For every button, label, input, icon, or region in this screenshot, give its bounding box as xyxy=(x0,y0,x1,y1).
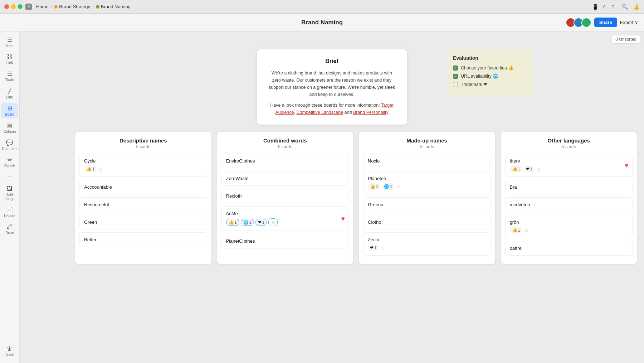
line-icon: ╱ xyxy=(8,88,11,95)
brand-personality-link[interactable]: Brand Personality xyxy=(353,110,389,115)
sidebar-trash-label: Trash xyxy=(5,353,14,357)
close-button[interactable] xyxy=(4,4,9,9)
card-noclo[interactable]: Noclo xyxy=(363,154,491,168)
sidebar-item-more[interactable]: ··· xyxy=(1,171,18,182)
breadcrumb-brand-naming[interactable]: Brand Naming xyxy=(96,4,131,9)
sidebar-item-addimage[interactable]: 🖼 Add Image xyxy=(1,184,18,203)
board-icon: ⊞ xyxy=(8,105,12,112)
card-planetclothes-text: PlanetClothes xyxy=(226,238,255,244)
sidebar-item-comment[interactable]: 💬 Comment xyxy=(1,137,18,153)
reaction-acme-heart[interactable]: ❤1 xyxy=(255,219,267,226)
device-icon[interactable]: 📱 xyxy=(592,3,599,10)
card-planetclothes[interactable]: PlanetClothes xyxy=(221,234,349,248)
share-button[interactable]: Share xyxy=(594,18,617,27)
reaction-planetee-globe[interactable]: 🌐1 xyxy=(382,183,394,190)
card-cycle-text: Cycle xyxy=(84,158,96,164)
card-zerowaste[interactable]: ZeroWaste xyxy=(221,171,349,186)
card-acccountable[interactable]: Acccountable xyxy=(79,180,207,194)
link-icon: ⛓ xyxy=(7,54,13,60)
reaction-planetee-thumb[interactable]: 👍1 xyxy=(368,183,380,190)
main-layout: ☰ Note ⛓ Link ☰ To-do ╱ Line ⊞ Board ▤ C… xyxy=(0,32,644,363)
notification-icon[interactable]: 🔔 xyxy=(633,3,640,10)
card-bra-text: Bra xyxy=(510,184,517,190)
reaction-acme-add[interactable]: ☺ xyxy=(268,218,278,226)
search-icon[interactable]: 🔍 xyxy=(621,3,628,10)
sidebar-todo-label: To-do xyxy=(5,78,14,82)
sidebar-item-trash[interactable]: 🗑 Trash xyxy=(1,343,18,359)
reaction-acme-thumb[interactable]: 👍1 xyxy=(226,219,239,226)
breadcrumb-brand-naming-label: Brand Naming xyxy=(101,4,131,9)
card-resourceful[interactable]: Resourceful xyxy=(79,197,207,212)
reaction-planetee-add[interactable]: ☺ xyxy=(396,184,401,189)
card-acme[interactable]: AcMe ♥ 👍1 🌐1 ❤1 ☺ xyxy=(221,206,349,231)
breadcrumb-sep-1: › xyxy=(51,5,52,9)
col-combined-title: Combined words xyxy=(221,137,349,144)
card-planetee[interactable]: Planetee 👍1 🌐1 ☺ xyxy=(363,171,491,194)
breadcrumb-home[interactable]: Home xyxy=(36,4,49,9)
card-aterv[interactable]: återv ♥ 👍1 ❤1 ☺ xyxy=(505,154,633,177)
brief-links: Have a look through these boards for mor… xyxy=(267,102,397,116)
breadcrumb-brand-strategy[interactable]: Brand Strategy xyxy=(54,4,90,9)
brief-title: Brief xyxy=(267,58,397,64)
eval-item-3: Trademark ❤ xyxy=(453,82,527,87)
reaction-zeclo-heart[interactable]: ❤1 xyxy=(368,245,379,251)
sidebar-column-label: Column xyxy=(4,130,16,134)
card-cycle[interactable]: Cycle 👍1 ☺ xyxy=(79,154,207,177)
eval-item-2: ✓ URL availability 🌐 xyxy=(453,73,527,79)
eval-checkbox-2[interactable]: ✓ xyxy=(453,74,458,79)
reaction-aterv-heart[interactable]: ❤1 xyxy=(524,166,535,172)
sidebar-item-draw[interactable]: 🖊 Draw xyxy=(1,222,18,237)
eval-label-1: Choose your favourites 👍 xyxy=(461,65,514,71)
minimize-button[interactable] xyxy=(11,4,16,9)
card-recloth-text: Recloth xyxy=(226,193,242,199)
avatar-3 xyxy=(581,18,591,28)
sidebar-item-board[interactable]: ⊞ Board xyxy=(1,103,18,118)
reaction-thumb[interactable]: 👍1 xyxy=(84,166,97,172)
card-enviroclothes[interactable]: EnviroClothes xyxy=(221,154,349,168)
eval-checkbox-1[interactable]: ✓ xyxy=(453,66,458,71)
card-planetee-reactions: 👍1 🌐1 ☺ xyxy=(368,183,486,190)
sidebar-item-sketch[interactable]: ✏ Sketch xyxy=(1,154,18,170)
sidebar-item-link[interactable]: ⛓ Link xyxy=(1,52,18,67)
sidebar-item-note[interactable]: ☰ Note xyxy=(1,34,18,50)
brief-sep1: , xyxy=(294,110,297,115)
card-better[interactable]: Better xyxy=(79,232,207,247)
sidebar-item-upload[interactable]: 📄 Upload xyxy=(1,204,18,220)
reaction-gron-thumb[interactable]: 👍1 xyxy=(510,227,522,233)
export-button[interactable]: Export ∨ xyxy=(620,20,638,25)
reaction-acme-globe[interactable]: 🌐1 xyxy=(241,219,254,226)
sidebar-item-column[interactable]: ▤ Column xyxy=(1,120,18,136)
unsorted-badge[interactable]: 0 Unsorted xyxy=(611,35,640,44)
eval-label-3: Trademark ❤ xyxy=(461,82,487,87)
reaction-gron-add[interactable]: ☺ xyxy=(524,227,529,233)
reaction-aterv-thumb[interactable]: 👍1 xyxy=(510,166,522,172)
card-battre[interactable]: bättre xyxy=(505,241,633,256)
card-greena[interactable]: Greena xyxy=(363,197,491,212)
reaction-aterv-add[interactable]: ☺ xyxy=(536,166,541,172)
page-title: Brand Naming xyxy=(301,19,343,26)
brand-naming-dot xyxy=(96,5,99,9)
reaction-add[interactable]: ☺ xyxy=(98,166,103,172)
card-bra[interactable]: Bra xyxy=(505,180,633,194)
heart-icon-acme: ♥ xyxy=(341,215,345,222)
card-green[interactable]: Green xyxy=(79,215,207,229)
evaluation-card: Evaluation ✓ Choose your favourites 👍 ✓ … xyxy=(447,49,533,96)
eval-checkbox-3[interactable] xyxy=(453,82,458,87)
card-clotho[interactable]: Clotho xyxy=(363,215,491,229)
competitive-landscape-link[interactable]: Competitive Landscape xyxy=(296,110,343,115)
maximize-button[interactable] xyxy=(18,4,23,9)
sidebar-item-line[interactable]: ╱ Line xyxy=(1,86,18,101)
help-icon[interactable]: ? xyxy=(610,3,617,10)
card-medveten[interactable]: medveten xyxy=(505,197,633,212)
breadcrumb-sep-2: › xyxy=(92,5,94,9)
canvas-area[interactable]: 0 Unsorted Brief We're a clothing brand … xyxy=(20,32,644,363)
sidebar-item-todo[interactable]: ☰ To-do xyxy=(1,68,18,84)
reaction-zeclo-add[interactable]: ☺ xyxy=(380,245,385,251)
more-icon: ··· xyxy=(7,174,12,180)
card-recloth[interactable]: Recloth xyxy=(221,189,349,203)
addimage-icon: 🖼 xyxy=(7,186,13,192)
card-zeclo[interactable]: Zeclo ❤1 ☺ xyxy=(363,232,491,256)
card-noclo-text: Noclo xyxy=(368,158,380,164)
card-gron[interactable]: grön 👍1 ☺ xyxy=(505,215,633,238)
sidebar-link-label: Link xyxy=(6,61,13,65)
